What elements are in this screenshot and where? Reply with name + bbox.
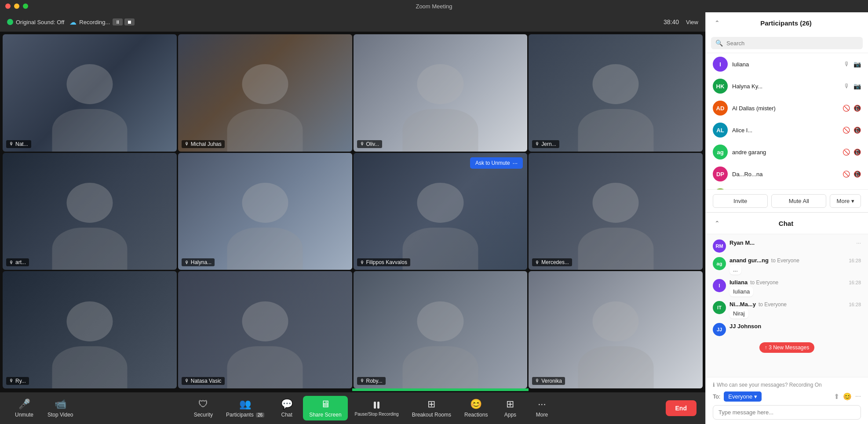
camera-status-icon: 📷 [853,83,861,90]
video-cell-5: 🎙 art... [3,153,177,270]
participant-controls: 🚫 📵 [842,170,861,178]
window-controls[interactable] [5,4,28,9]
list-item[interactable]: DP Da...Ro...na 🚫 📵 [706,163,868,185]
chat-input-row [713,405,861,420]
view-label[interactable]: View [686,19,698,25]
participant-name: Da...Ro...na [732,171,838,178]
participants-button[interactable]: 👥 Participants 26 [220,396,270,420]
unmute-button[interactable]: 🎤 Unmute [9,396,40,420]
participant-name: Iuliana [732,61,839,68]
invite-button[interactable]: Invite [713,194,768,208]
chat-time: 16:28 [849,280,861,285]
mute-all-button[interactable]: Mute All [771,194,826,208]
info-icon: ℹ [713,382,715,388]
mic-status-icon: 🎙 [844,83,850,90]
chat-label: Chat [281,412,292,418]
chat-to-label: to Everyone [750,279,778,286]
video-cell-6: 🎙 Halyna... [178,153,352,270]
list-item[interactable]: AL Alice I... 🚫 📵 [706,119,868,141]
end-meeting-button[interactable]: End [666,400,697,416]
list-item[interactable]: ag andre garang 🚫 📵 [706,141,868,163]
recording-controls[interactable]: ⏸ ⏹ [113,18,135,25]
avatar: RM [713,239,726,253]
top-bar: Original Sound: Off ☁ Recording... ⏸ ⏹ 3… [0,12,705,32]
search-input[interactable] [726,40,858,47]
ask-unmute-button[interactable]: Ask to Unmute ··· [470,157,523,169]
avatar: IT [713,301,726,314]
pause-recording-button[interactable]: ⏸ [113,18,123,25]
maximize-button[interactable] [23,4,28,9]
chat-message: IT Ni...Ma...y to Everyone 16:28 Niraj [713,301,861,319]
chat-icon: 💬 [281,399,293,410]
list-item[interactable]: I Iuliana 🎙 📷 [706,53,868,75]
security-button[interactable]: 🛡 Security [188,396,219,420]
close-button[interactable] [5,4,11,9]
avatar: I [713,279,726,292]
participant-controls: 🎙 📷 [844,61,861,68]
mic-icon-8: 🎙 [535,260,540,265]
participant-name-4: 🎙 Jern... [532,140,559,148]
video-grid: 🎙 Nat... 🎙 Michal Juhas 🎙 Oliv... [0,32,705,392]
participants-label: Participants 26 [226,412,264,418]
chat-text: Niraj [729,308,748,319]
stop-video-button[interactable]: 📹 Stop Video [41,396,80,420]
recording-badge[interactable]: ☁ Recording... ⏸ ⏹ [69,18,135,26]
mic-icon-10: 🎙 [185,378,189,383]
more-button[interactable]: ··· More [526,396,557,420]
avatar: I [713,57,728,72]
participant-name: Al Dallas (mister) [732,105,838,112]
upload-icon[interactable]: ⬆ [834,392,839,401]
chat-recipient-selector[interactable]: Everyone ▾ [724,391,762,402]
emoji-icon[interactable]: 😊 [843,392,852,401]
list-item[interactable]: HK Halyna Ky... 🎙 📷 [706,75,868,97]
cloud-icon: ☁ [69,18,77,26]
search-input-wrapper: 🔍 [711,37,863,49]
collapse-chat-button[interactable]: ⌃ [713,218,722,228]
apps-button[interactable]: ⊞ Apps [495,396,525,420]
new-messages-banner[interactable]: ↑ 3 New Messages [759,342,814,353]
options-dots-icon: ··· [513,159,518,167]
participant-controls: 🚫 📵 [842,149,861,156]
more-icon: ··· [538,399,546,410]
reactions-icon: 😊 [470,399,482,410]
top-bar-left: Original Sound: Off ☁ Recording... ⏸ ⏹ [7,18,135,26]
pause-bar-2 [377,402,379,409]
original-sound[interactable]: Original Sound: Off [7,19,64,25]
minimize-button[interactable] [14,4,19,9]
avatar: DP [713,167,728,181]
video-cell-9: 🎙 Ry... [3,271,177,388]
video-cell-4: 🎙 Jern... [529,34,703,152]
stop-recording-button[interactable]: ⏹ [124,18,135,25]
avatar: ag [713,145,728,159]
pause-recording-button[interactable]: Pause/Stop Recording [349,398,405,419]
more-options-icon[interactable]: ··· [855,392,861,401]
chat-message-input[interactable] [718,409,855,416]
chat-button[interactable]: 💬 Chat [271,396,302,420]
list-item[interactable]: EW Elise Wil...by 🚫 📵 [706,185,868,189]
breakout-rooms-button[interactable]: ⊞ Breakout Rooms [406,396,457,420]
video-cell-3: 🎙 Oliv... [354,34,528,152]
chat-options-icon[interactable]: ··· [856,239,861,246]
camera-off-icon: 📵 [853,127,861,134]
participant-name-12: 🎙 Veronika [532,377,565,385]
reactions-button[interactable]: 😊 Reactions [458,396,494,420]
video-cell-1: 🎙 Nat... [3,34,177,152]
window-title: Zoom Meeting [416,3,452,10]
participants-title: Participants (26) [722,19,850,27]
participants-section: ⌃ Participants (26) 🔍 I Iuliana 🎙 📷 [706,12,868,213]
participants-more-button[interactable]: More ▾ [830,194,861,208]
main-container: Original Sound: Off ☁ Recording... ⏸ ⏹ 3… [0,12,868,424]
participant-controls: 🚫 📵 [842,127,861,134]
share-screen-button[interactable]: 🖥 Share Screen [303,396,347,420]
mic-icon-12: 🎙 [535,378,540,383]
chat-message: I Iuliana to Everyone 16:28 Iuliana [713,279,861,297]
list-item[interactable]: AD Al Dallas (mister) 🚫 📵 [706,97,868,119]
more-label: More [536,412,548,418]
chat-text: ... [729,265,741,275]
collapse-participants-button[interactable]: ⌃ [713,18,722,28]
mic-icon-3: 🎙 [360,141,365,146]
unmute-label: Unmute [15,412,33,418]
mic-muted-icon: 🚫 [842,149,850,156]
search-icon: 🔍 [715,40,723,47]
avatar: AL [713,123,728,138]
